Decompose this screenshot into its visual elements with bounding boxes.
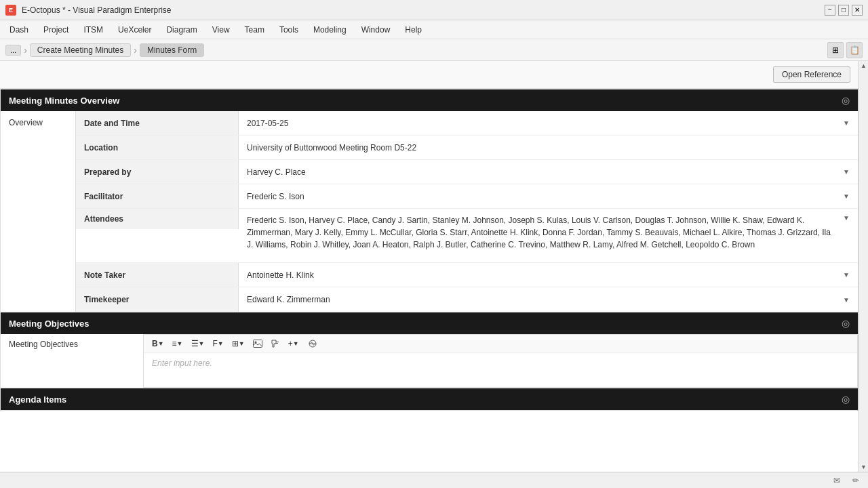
overview-section-title: Meeting Minutes Overview — [9, 96, 119, 106]
menu-bar: Dash Project ITSM UeXceler Diagram View … — [0, 20, 868, 39]
field-label-prepared-by: Prepared by — [76, 160, 239, 184]
title-bar-left: E E-Octopus * - Visual Paradigm Enterpri… — [5, 5, 172, 16]
edit-icon[interactable]: ✏ — [849, 474, 863, 487]
objectives-editor-area[interactable]: Enter input here. — [144, 353, 857, 387]
overview-section-header[interactable]: Meeting Minutes Overview ◎ — [1, 89, 858, 111]
objectives-label: Meeting Objectives — [1, 334, 143, 388]
window-controls: − □ ✕ — [825, 5, 863, 16]
overview-collapse-icon: ◎ — [842, 95, 850, 106]
field-row-prepared-by: Prepared by Harvey C. Place ▼ — [76, 160, 858, 184]
bottom-bar: ✉ ✏ — [0, 472, 868, 488]
field-value-prepared-by[interactable]: Harvey C. Place ▼ — [239, 160, 858, 184]
field-value-location-text: University of Buttonwood Meeting Room D5… — [247, 143, 850, 152]
toolbar-list-button[interactable]: ☰▼ — [189, 338, 208, 350]
toolbar-other-button[interactable] — [304, 338, 321, 350]
menu-dash[interactable]: Dash — [3, 22, 35, 37]
agenda-section-header[interactable]: Agenda Items ◎ — [1, 388, 858, 410]
field-label-attendees: Attendees — [76, 209, 239, 229]
breadcrumb: ... › Create Meeting Minutes › Minutes F… — [5, 43, 204, 57]
field-value-date-time[interactable]: 2017-05-25 ▼ — [239, 111, 858, 135]
field-label-timekeeper: Timekeeper — [76, 287, 239, 312]
overview-body: Overview Date and Time 2017-05-25 ▼ Loca… — [1, 111, 858, 312]
overview-section: Meeting Minutes Overview ◎ Overview Date… — [0, 89, 859, 312]
menu-window[interactable]: Window — [355, 22, 397, 37]
breadcrumb-sep-1: › — [24, 45, 27, 56]
scroll-up-arrow[interactable]: ▲ — [859, 61, 868, 70]
menu-team[interactable]: Team — [238, 22, 271, 37]
toolbar-image-button[interactable] — [250, 338, 265, 349]
date-time-dropdown-arrow[interactable]: ▼ — [843, 119, 850, 127]
field-label-facilitator: Facilitator — [76, 184, 239, 208]
field-label-location: Location — [76, 136, 239, 159]
field-row-timekeeper: Timekeeper Edward K. Zimmerman ▼ — [76, 287, 858, 312]
facilitator-dropdown-arrow[interactable]: ▼ — [843, 192, 850, 200]
main-content: ▲ ▼ Open Reference Meeting Minutes Overv… — [0, 61, 868, 472]
prepared-by-dropdown-arrow[interactable]: ▼ — [843, 168, 850, 176]
field-value-timekeeper-text: Edward K. Zimmerman — [247, 295, 837, 304]
field-label-date-time: Date and Time — [76, 111, 239, 135]
field-value-facilitator[interactable]: Frederic S. Ison ▼ — [239, 184, 858, 208]
breadcrumb-icon-2[interactable]: 📋 — [846, 42, 863, 58]
field-value-timekeeper[interactable]: Edward K. Zimmerman ▼ — [239, 287, 858, 312]
objectives-section-header[interactable]: Meeting Objectives ◎ — [1, 312, 858, 334]
scroll-down-arrow[interactable]: ▼ — [859, 462, 868, 472]
title-bar: E E-Octopus * - Visual Paradigm Enterpri… — [0, 0, 868, 20]
breadcrumb-icon-1[interactable]: ⊞ — [827, 42, 844, 58]
field-row-note-taker: Note Taker Antoinette H. Klink ▼ — [76, 263, 858, 287]
overview-table: Date and Time 2017-05-25 ▼ Location Univ… — [75, 111, 858, 312]
objectives-section-title: Meeting Objectives — [9, 319, 89, 329]
editor-toolbar: B▼ ≡▼ ☰▼ F▼ ⊞▼ — [144, 335, 857, 353]
breadcrumb-create-meeting[interactable]: Create Meeting Minutes — [30, 43, 131, 57]
toolbar-format-button[interactable] — [268, 338, 283, 350]
menu-uexceler[interactable]: UeXceler — [111, 22, 158, 37]
breadcrumb-sep-2: › — [134, 45, 137, 56]
maximize-button[interactable]: □ — [838, 5, 849, 16]
title-bar-text: E-Octopus * - Visual Paradigm Enterprise — [22, 5, 172, 15]
toolbar-bold-button[interactable]: B▼ — [149, 338, 167, 350]
field-value-attendees[interactable]: Frederic S. Ison, Harvey C. Place, Candy… — [239, 209, 858, 256]
email-icon[interactable]: ✉ — [830, 474, 844, 487]
menu-project[interactable]: Project — [37, 22, 75, 37]
field-value-attendees-text: Frederic S. Ison, Harvey C. Place, Candy… — [247, 214, 837, 251]
agenda-section: Agenda Items ◎ — [0, 388, 859, 411]
field-row-date-time: Date and Time 2017-05-25 ▼ — [76, 111, 858, 136]
agenda-section-title: Agenda Items — [9, 394, 66, 405]
attendees-dropdown-arrow[interactable]: ▼ — [843, 214, 850, 222]
field-value-date-time-text: 2017-05-25 — [247, 119, 837, 128]
breadcrumb-icons: ⊞ 📋 — [827, 42, 863, 58]
toolbar-table-button[interactable]: ⊞▼ — [229, 338, 248, 350]
objectives-section: Meeting Objectives ◎ Meeting Objectives … — [0, 312, 859, 388]
field-value-note-taker[interactable]: Antoinette H. Klink ▼ — [239, 263, 858, 287]
timekeeper-dropdown-arrow[interactable]: ▼ — [843, 296, 850, 304]
note-taker-dropdown-arrow[interactable]: ▼ — [843, 271, 850, 279]
menu-itsm[interactable]: ITSM — [77, 22, 110, 37]
breadcrumb-dots[interactable]: ... — [5, 45, 21, 56]
field-row-location: Location University of Buttonwood Meetin… — [76, 136, 858, 160]
menu-diagram[interactable]: Diagram — [159, 22, 203, 37]
menu-tools[interactable]: Tools — [273, 22, 305, 37]
field-row-facilitator: Facilitator Frederic S. Ison ▼ — [76, 184, 858, 209]
action-bar: Open Reference — [0, 61, 859, 89]
agenda-collapse-icon: ◎ — [842, 394, 850, 405]
objectives-collapse-icon: ◎ — [842, 318, 850, 329]
menu-view[interactable]: View — [205, 22, 237, 37]
field-row-attendees: Attendees Frederic S. Ison, Harvey C. Pl… — [76, 209, 858, 263]
overview-label: Overview — [1, 111, 75, 312]
field-value-note-taker-text: Antoinette H. Klink — [247, 270, 837, 280]
field-value-prepared-by-text: Harvey C. Place — [247, 167, 837, 177]
field-label-note-taker: Note Taker — [76, 263, 239, 287]
menu-modeling[interactable]: Modeling — [307, 22, 353, 37]
objectives-editor: B▼ ≡▼ ☰▼ F▼ ⊞▼ — [143, 334, 858, 388]
objectives-placeholder: Enter input here. — [152, 359, 212, 368]
app-icon: E — [5, 5, 16, 16]
menu-help[interactable]: Help — [398, 22, 429, 37]
close-button[interactable]: ✕ — [852, 5, 863, 16]
open-reference-button[interactable]: Open Reference — [773, 66, 850, 83]
field-value-location[interactable]: University of Buttonwood Meeting Room D5… — [239, 136, 858, 159]
toolbar-font-button[interactable]: F▼ — [210, 338, 226, 350]
breadcrumb-minutes-form[interactable]: Minutes Form — [140, 43, 204, 57]
objectives-row: Meeting Objectives B▼ ≡▼ ☰▼ F▼ ⊞▼ — [1, 334, 858, 388]
minimize-button[interactable]: − — [825, 5, 835, 16]
toolbar-align-button[interactable]: ≡▼ — [170, 338, 186, 350]
toolbar-add-button[interactable]: +▼ — [285, 338, 302, 350]
